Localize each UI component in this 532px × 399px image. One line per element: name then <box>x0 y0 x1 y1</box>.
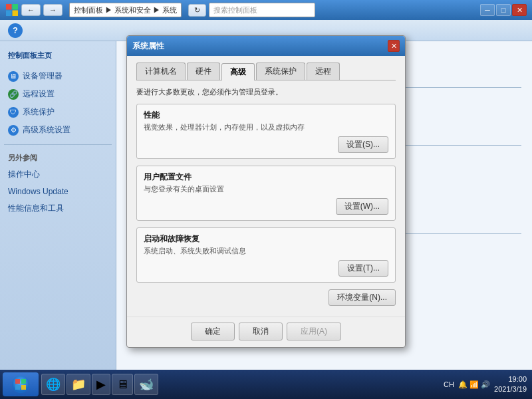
sidebar-label-system-protection: 系统保护 <box>23 106 55 118</box>
address-bar[interactable]: 控制面板 ▶ 系统和安全 ▶ 系统 <box>69 3 182 17</box>
dialog-tabs: 计算机名 硬件 高级 系统保护 远程 <box>136 63 396 80</box>
startup-section: 启动和故障恢复 系统启动、系统失败和调试信息 设置(T)... <box>136 227 396 283</box>
performance-label: 性能信息和工具 <box>8 203 64 214</box>
back-button[interactable]: ← <box>21 4 41 16</box>
maximize-button[interactable]: □ <box>496 4 511 16</box>
taskbar-item-media[interactable]: ▶ <box>92 374 110 395</box>
dialog-title-bar: 系统属性 ✕ <box>127 36 405 56</box>
apply-button[interactable]: 应用(A) <box>287 323 341 340</box>
sidebar-label-remote: 远程设置 <box>23 88 55 100</box>
title-bar: ← → 控制面板 ▶ 系统和安全 ▶ 系统 ↻ 搜索控制面板 ─ □ ✕ <box>0 0 532 20</box>
also-see-section: 另外参阅 <box>0 150 116 166</box>
search-bar[interactable]: 搜索控制面板 <box>209 3 315 17</box>
taskbar-item-explorer[interactable]: 📁 <box>66 374 90 395</box>
dialog-close-button[interactable]: ✕ <box>388 40 400 52</box>
title-bar-left: ← → 控制面板 ▶ 系统和安全 ▶ 系统 ↻ 搜索控制面板 <box>5 3 315 17</box>
startup-settings-button[interactable]: 设置(T)... <box>338 260 388 277</box>
system-properties-dialog: 系统属性 ✕ 计算机名 硬件 高级 系统保护 远程 要进行大多数更改，您必须作为… <box>126 35 406 348</box>
tab-advanced[interactable]: 高级 <box>221 63 255 80</box>
admin-notice: 要进行大多数更改，您必须作为管理员登录。 <box>136 87 396 97</box>
svg-rect-3 <box>13 11 19 17</box>
action-center-label: 操作中心 <box>8 169 40 180</box>
windows-logo-icon <box>5 3 19 17</box>
dialog-title: 系统属性 <box>132 41 164 52</box>
sidebar-title: 控制面板主页 <box>0 48 116 63</box>
env-vars-container: 环境变量(N)... <box>136 289 396 306</box>
taskbar-item-display[interactable]: 🖥 <box>112 374 133 395</box>
svg-point-4 <box>12 376 29 393</box>
tray-lang: CH <box>444 380 454 388</box>
ok-button[interactable]: 确定 <box>191 323 235 340</box>
sidebar-divider <box>4 144 112 145</box>
clock-date: 2021/3/19 <box>494 384 527 394</box>
sidebar-label-device-manager: 设备管理器 <box>23 70 63 82</box>
window-controls: ─ □ ✕ <box>480 4 527 16</box>
address-text: 控制面板 ▶ 系统和安全 ▶ 系统 <box>74 5 177 15</box>
svg-rect-8 <box>21 385 26 390</box>
startup-desc: 系统启动、系统失败和调试信息 <box>144 246 388 256</box>
clock-time: 19:00 <box>494 374 527 384</box>
svg-rect-7 <box>15 385 20 390</box>
tab-system-protection[interactable]: 系统保护 <box>256 63 305 80</box>
close-button[interactable]: ✕ <box>512 4 527 16</box>
windows-update-label: Windows Update <box>8 187 68 196</box>
start-button[interactable] <box>3 372 39 396</box>
sidebar-item-remote[interactable]: 🔗 远程设置 <box>0 85 116 103</box>
svg-rect-2 <box>6 11 12 17</box>
sidebar-label-advanced: 高级系统设置 <box>23 124 70 136</box>
taskbar-item-ie[interactable]: 🌐 <box>41 374 65 395</box>
sidebar-item-advanced[interactable]: ⚙ 高级系统设置 <box>0 121 116 139</box>
forward-button[interactable]: → <box>43 4 63 16</box>
taskbar-item-app[interactable]: 🐋 <box>134 374 158 395</box>
taskbar: 🌐 📁 ▶ 🖥 🐋 CH 🔔 📶 🔊 19:00 2021/3/19 <box>0 370 532 399</box>
taskbar-right: CH 🔔 📶 🔊 19:00 2021/3/19 <box>444 374 529 395</box>
system-protection-icon: 🛡 <box>8 107 19 118</box>
svg-rect-0 <box>6 4 12 10</box>
performance-desc: 视觉效果，处理器计划，内存使用，以及虚拟内存 <box>144 122 388 132</box>
help-button[interactable]: ? <box>8 23 23 38</box>
tab-computer-name[interactable]: 计算机名 <box>136 63 186 80</box>
performance-settings-button[interactable]: 设置(S)... <box>338 136 388 153</box>
dialog-body: 计算机名 硬件 高级 系统保护 远程 要进行大多数更改，您必须作为管理员登录。 … <box>127 56 405 317</box>
search-placeholder: 搜索控制面板 <box>213 5 257 15</box>
sidebar-item-performance[interactable]: 性能信息和工具 <box>0 200 116 217</box>
taskbar-items: 🌐 📁 ▶ 🖥 🐋 <box>41 374 444 395</box>
env-vars-button[interactable]: 环境变量(N)... <box>329 289 396 306</box>
tab-remote[interactable]: 远程 <box>307 63 340 80</box>
advanced-icon: ⚙ <box>8 125 19 136</box>
tray-icons: 🔔 📶 🔊 <box>458 380 490 389</box>
clock: 19:00 2021/3/19 <box>494 374 527 395</box>
sidebar-item-action-center[interactable]: 操作中心 <box>0 166 116 184</box>
svg-rect-5 <box>15 379 20 384</box>
user-profile-settings-button[interactable]: 设置(W)... <box>336 198 388 215</box>
startup-title: 启动和故障恢复 <box>144 233 388 245</box>
user-profile-desc: 与您登录有关的桌面设置 <box>144 184 388 194</box>
remote-icon: 🔗 <box>8 89 19 100</box>
user-profile-title: 用户配置文件 <box>144 172 388 183</box>
tab-hardware[interactable]: 硬件 <box>187 63 220 80</box>
user-profile-section: 用户配置文件 与您登录有关的桌面设置 设置(W)... <box>136 166 396 221</box>
refresh-button[interactable]: ↻ <box>188 4 206 17</box>
device-manager-icon: 🖥 <box>8 71 19 82</box>
svg-rect-6 <box>21 379 26 384</box>
sidebar-item-windows-update[interactable]: Windows Update <box>0 184 116 200</box>
minimize-button[interactable]: ─ <box>480 4 495 16</box>
cancel-button[interactable]: 取消 <box>239 323 283 340</box>
sidebar-item-system-protection[interactable]: 🛡 系统保护 <box>0 103 116 121</box>
performance-title: 性能 <box>144 110 388 121</box>
sidebar: 控制面板主页 🖥 设备管理器 🔗 远程设置 🛡 系统保护 ⚙ 高级系统设置 另外… <box>0 41 116 391</box>
sidebar-item-device-manager[interactable]: 🖥 设备管理器 <box>0 67 116 85</box>
start-windows-icon <box>11 375 30 394</box>
performance-section: 性能 视觉效果，处理器计划，内存使用，以及虚拟内存 设置(S)... <box>136 104 396 159</box>
svg-rect-1 <box>13 4 19 10</box>
dialog-footer: 确定 取消 应用(A) <box>127 317 405 347</box>
